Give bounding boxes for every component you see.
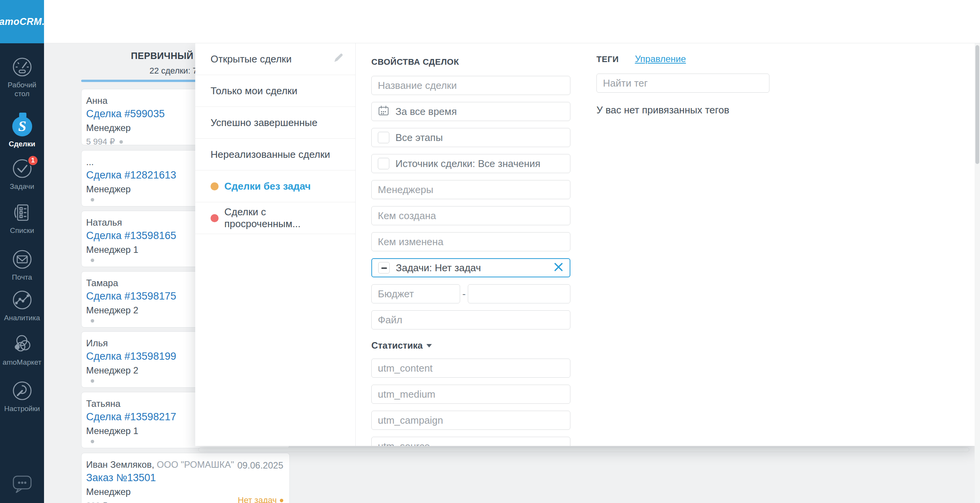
filter-panel: Открытые сделки Только мои сделки Успешн… (195, 43, 975, 446)
amocrm-logo[interactable]: amoCRM. (0, 0, 44, 43)
statistics-section-toggle[interactable]: Статистика (371, 340, 570, 351)
field-file[interactable]: Файл (371, 310, 570, 329)
sidebar-item-market[interactable]: amoМаркет (0, 333, 44, 367)
sidebar: amoCRM. Рабочий стол S Сделки 1 Задачи (0, 0, 44, 503)
field-period[interactable]: За все время (371, 102, 570, 121)
panel-divider (355, 43, 356, 446)
checkbox[interactable] (378, 132, 389, 143)
tags-section: ТЕГИ Управление У вас нет привязанных те… (596, 54, 769, 116)
caret-down-icon (426, 344, 432, 347)
support-chat-button[interactable] (0, 472, 44, 495)
tags-title: ТЕГИ (596, 54, 619, 64)
red-dot-icon (211, 214, 219, 222)
deal-price: 200 ₽ (86, 501, 108, 503)
task-dot-icon (91, 379, 94, 383)
properties-title: СВОЙСТВА СДЕЛОК (371, 57, 459, 67)
task-dot-icon (91, 259, 94, 262)
tasks-badge: 1 (27, 155, 39, 166)
lists-icon (11, 202, 33, 223)
preset-overdue-deals[interactable]: Сделки с просроченным... (195, 202, 355, 234)
deals-icon: S (10, 112, 34, 137)
deal-card[interactable]: Иван Земляков, ООО "РОМАШКА" 09.06.2025 … (81, 453, 290, 503)
checkbox-indeterminate[interactable] (378, 262, 390, 274)
sidebar-item-analytics[interactable]: Аналитика (0, 289, 44, 322)
field-managers[interactable]: Менеджеры (371, 180, 570, 199)
budget-range-dash: - (460, 288, 468, 300)
field-utm-source[interactable]: utm_source (371, 437, 570, 446)
preset-label: Нереализованные сделки (211, 149, 330, 161)
field-utm-medium[interactable]: utm_medium (371, 385, 570, 404)
preset-open-deals[interactable]: Открытые сделки (195, 43, 355, 75)
field-source[interactable]: Источник сделки: Все значения (371, 154, 570, 173)
sidebar-item-settings[interactable]: Настройки (0, 380, 44, 413)
calendar-icon (378, 105, 389, 118)
contact-name: Иван Земляков, (86, 459, 154, 470)
overdue-dot-icon (280, 499, 283, 502)
deal-date: 09.06.2025 (237, 460, 283, 471)
preset-won-deals[interactable]: Успешно завершенные (195, 107, 355, 139)
task-dot-icon (91, 440, 94, 443)
task-dot-icon (91, 319, 94, 323)
preset-label: Открытые сделки (211, 53, 292, 65)
properties-fields: Название сделки За все время Все этапы И… (371, 76, 570, 446)
analytics-icon (11, 289, 33, 311)
sidebar-item-mail[interactable]: Почта (0, 249, 44, 282)
field-deal-name[interactable]: Название сделки (371, 76, 570, 95)
settings-icon (11, 380, 33, 401)
task-dot-icon (91, 198, 94, 202)
topbar (44, 0, 980, 43)
sidebar-item-dashboard[interactable]: Рабочий стол (0, 56, 44, 98)
task-dot-icon (119, 140, 123, 144)
tag-search-input[interactable] (596, 74, 769, 93)
tags-manage-link[interactable]: Управление (635, 54, 686, 64)
preset-my-deals[interactable]: Только мои сделки (195, 75, 355, 107)
field-budget-row: Бюджет - (371, 284, 570, 303)
tags-empty-text: У вас нет привязанных тегов (596, 104, 769, 116)
clear-filter-icon[interactable] (554, 262, 564, 274)
checkbox[interactable] (378, 158, 389, 169)
sidebar-item-lists[interactable]: Списки (0, 202, 44, 235)
field-modified-by[interactable]: Кем изменена (371, 232, 570, 251)
mail-icon (11, 249, 33, 270)
orange-dot-icon (211, 182, 219, 190)
deal-price: 5 994 ₽ (86, 137, 115, 147)
field-tasks-active[interactable]: Задачи: Нет задач (371, 258, 570, 277)
preset-label: Сделки с просроченным... (224, 206, 344, 230)
sidebar-item-deals[interactable]: S Сделки (0, 112, 44, 148)
field-created-by[interactable]: Кем создана (371, 206, 570, 225)
field-utm-campaign[interactable]: utm_campaign (371, 411, 570, 430)
field-utm-content[interactable]: utm_content (371, 359, 570, 378)
chat-icon (10, 472, 34, 495)
sidebar-item-tasks[interactable]: 1 Задачи (0, 158, 44, 191)
edit-pencil-icon[interactable] (333, 52, 344, 66)
preset-label: Только мои сделки (211, 85, 297, 97)
preset-label: Успешно завершенные (211, 117, 317, 129)
preset-label: Сделки без задач (224, 180, 311, 192)
dashboard-icon (11, 56, 33, 78)
scrollbar-thumb[interactable] (975, 45, 979, 164)
market-icon (11, 333, 33, 355)
deal-link[interactable]: Заказ №13501 (86, 472, 283, 484)
svg-text:S: S (18, 118, 26, 134)
field-stages[interactable]: Все этапы (371, 128, 570, 147)
no-tasks-label: Нет задач (238, 495, 277, 503)
company-name: ООО "РОМАШКА" (157, 459, 234, 470)
horizontal-scrollbar[interactable] (198, 447, 969, 452)
vertical-scrollbar[interactable] (975, 43, 980, 503)
preset-deals-without-tasks[interactable]: Сделки без задач (195, 170, 355, 202)
field-budget-to[interactable] (468, 284, 570, 303)
field-budget-from[interactable]: Бюджет (371, 284, 460, 303)
preset-lost-deals[interactable]: Нереализованные сделки (195, 139, 355, 170)
